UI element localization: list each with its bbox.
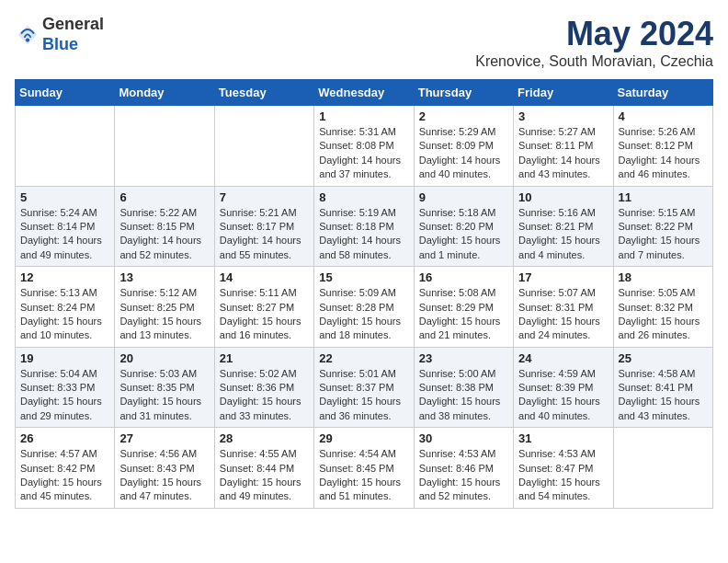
- day-number: 3: [518, 109, 608, 123]
- day-info: Sunrise: 5:07 AMSunset: 8:31 PMDaylight:…: [518, 286, 608, 343]
- calendar-cell: 10Sunrise: 5:16 AMSunset: 8:21 PMDayligh…: [514, 186, 613, 267]
- calendar-cell: 30Sunrise: 4:53 AMSunset: 8:46 PMDayligh…: [414, 428, 513, 509]
- weekday-header-monday: Monday: [115, 80, 214, 106]
- day-number: 8: [319, 190, 408, 204]
- calendar-cell: 14Sunrise: 5:11 AMSunset: 8:27 PMDayligh…: [214, 267, 313, 348]
- calendar-cell: 9Sunrise: 5:18 AMSunset: 8:20 PMDaylight…: [414, 186, 513, 267]
- day-info: Sunrise: 5:24 AMSunset: 8:14 PMDaylight:…: [20, 206, 109, 263]
- day-info: Sunrise: 5:22 AMSunset: 8:15 PMDaylight:…: [119, 206, 209, 263]
- calendar-cell: 22Sunrise: 5:01 AMSunset: 8:37 PMDayligh…: [314, 347, 414, 428]
- logo-general: General: [42, 15, 104, 33]
- calendar-cell: 21Sunrise: 5:02 AMSunset: 8:36 PMDayligh…: [214, 347, 313, 428]
- calendar-cell: 25Sunrise: 4:58 AMSunset: 8:41 PMDayligh…: [613, 347, 712, 428]
- day-info: Sunrise: 5:29 AMSunset: 8:09 PMDaylight:…: [419, 125, 508, 182]
- day-number: 1: [319, 109, 408, 123]
- day-number: 31: [518, 431, 608, 445]
- day-info: Sunrise: 5:16 AMSunset: 8:21 PMDaylight:…: [518, 206, 608, 263]
- day-info: Sunrise: 5:04 AMSunset: 8:33 PMDaylight:…: [20, 367, 109, 424]
- day-info: Sunrise: 5:08 AMSunset: 8:29 PMDaylight:…: [419, 286, 508, 343]
- day-info: Sunrise: 5:00 AMSunset: 8:38 PMDaylight:…: [419, 367, 508, 424]
- day-info: Sunrise: 5:05 AMSunset: 8:32 PMDaylight:…: [619, 286, 708, 343]
- day-info: Sunrise: 5:18 AMSunset: 8:20 PMDaylight:…: [419, 206, 508, 263]
- day-number: 28: [220, 431, 309, 445]
- calendar-cell: [16, 106, 115, 187]
- logo-blue: Blue: [42, 35, 78, 53]
- day-number: 4: [619, 109, 708, 123]
- location-title: Krenovice, South Moravian, Czechia: [475, 53, 713, 70]
- calendar-cell: 23Sunrise: 5:00 AMSunset: 8:38 PMDayligh…: [414, 347, 513, 428]
- page-header: General Blue May 2024 Krenovice, South M…: [15, 15, 713, 70]
- day-info: Sunrise: 4:53 AMSunset: 8:46 PMDaylight:…: [419, 447, 508, 504]
- day-info: Sunrise: 5:11 AMSunset: 8:27 PMDaylight:…: [220, 286, 309, 343]
- day-number: 2: [419, 109, 508, 123]
- svg-point-1: [26, 38, 29, 41]
- day-info: Sunrise: 4:54 AMSunset: 8:45 PMDaylight:…: [319, 447, 408, 504]
- day-info: Sunrise: 5:13 AMSunset: 8:24 PMDaylight:…: [20, 286, 109, 343]
- logo-icon: [15, 22, 40, 48]
- day-number: 12: [20, 270, 109, 284]
- day-number: 16: [419, 270, 508, 284]
- title-block: May 2024 Krenovice, South Moravian, Czec…: [475, 15, 713, 70]
- day-number: 15: [319, 270, 408, 284]
- weekday-header-saturday: Saturday: [613, 80, 712, 106]
- calendar-cell: 16Sunrise: 5:08 AMSunset: 8:29 PMDayligh…: [414, 267, 513, 348]
- calendar-cell: 27Sunrise: 4:56 AMSunset: 8:43 PMDayligh…: [115, 428, 214, 509]
- day-number: 10: [518, 190, 608, 204]
- calendar-cell: 18Sunrise: 5:05 AMSunset: 8:32 PMDayligh…: [613, 267, 712, 348]
- calendar-cell: 12Sunrise: 5:13 AMSunset: 8:24 PMDayligh…: [16, 267, 115, 348]
- calendar-cell: 1Sunrise: 5:31 AMSunset: 8:08 PMDaylight…: [314, 106, 414, 187]
- day-number: 30: [419, 431, 508, 445]
- calendar-cell: 4Sunrise: 5:26 AMSunset: 8:12 PMDaylight…: [613, 106, 712, 187]
- day-number: 13: [119, 270, 209, 284]
- day-info: Sunrise: 4:58 AMSunset: 8:41 PMDaylight:…: [619, 367, 708, 424]
- calendar-cell: [214, 106, 313, 187]
- day-number: 25: [619, 351, 708, 365]
- calendar-cell: [115, 106, 214, 187]
- logo: General Blue: [15, 15, 104, 54]
- calendar-cell: 5Sunrise: 5:24 AMSunset: 8:14 PMDaylight…: [16, 186, 115, 267]
- day-info: Sunrise: 5:12 AMSunset: 8:25 PMDaylight:…: [119, 286, 209, 343]
- day-info: Sunrise: 5:21 AMSunset: 8:17 PMDaylight:…: [220, 206, 309, 263]
- day-number: 7: [220, 190, 309, 204]
- calendar-cell: 28Sunrise: 4:55 AMSunset: 8:44 PMDayligh…: [214, 428, 313, 509]
- weekday-header-friday: Friday: [514, 80, 613, 106]
- calendar-cell: 26Sunrise: 4:57 AMSunset: 8:42 PMDayligh…: [16, 428, 115, 509]
- day-number: 14: [220, 270, 309, 284]
- day-info: Sunrise: 5:02 AMSunset: 8:36 PMDaylight:…: [220, 367, 309, 424]
- month-title: May 2024: [475, 15, 713, 53]
- calendar-week-4: 19Sunrise: 5:04 AMSunset: 8:33 PMDayligh…: [16, 347, 713, 428]
- day-number: 18: [619, 270, 708, 284]
- day-number: 6: [119, 190, 209, 204]
- day-info: Sunrise: 4:57 AMSunset: 8:42 PMDaylight:…: [20, 447, 109, 504]
- logo-text: General Blue: [42, 15, 104, 54]
- day-number: 5: [20, 190, 109, 204]
- calendar-cell: 8Sunrise: 5:19 AMSunset: 8:18 PMDaylight…: [314, 186, 414, 267]
- calendar-cell: 17Sunrise: 5:07 AMSunset: 8:31 PMDayligh…: [514, 267, 613, 348]
- day-info: Sunrise: 5:03 AMSunset: 8:35 PMDaylight:…: [119, 367, 209, 424]
- calendar-cell: 7Sunrise: 5:21 AMSunset: 8:17 PMDaylight…: [214, 186, 313, 267]
- weekday-header-sunday: Sunday: [16, 80, 115, 106]
- day-info: Sunrise: 5:15 AMSunset: 8:22 PMDaylight:…: [619, 206, 708, 263]
- day-info: Sunrise: 5:27 AMSunset: 8:11 PMDaylight:…: [518, 125, 608, 182]
- weekday-header-thursday: Thursday: [414, 80, 513, 106]
- day-number: 23: [419, 351, 508, 365]
- day-number: 27: [119, 431, 209, 445]
- day-info: Sunrise: 5:09 AMSunset: 8:28 PMDaylight:…: [319, 286, 408, 343]
- day-number: 24: [518, 351, 608, 365]
- day-number: 26: [20, 431, 109, 445]
- day-info: Sunrise: 4:53 AMSunset: 8:47 PMDaylight:…: [518, 447, 608, 504]
- calendar-cell: [613, 428, 712, 509]
- weekday-header-tuesday: Tuesday: [214, 80, 313, 106]
- calendar-cell: 20Sunrise: 5:03 AMSunset: 8:35 PMDayligh…: [115, 347, 214, 428]
- day-number: 9: [419, 190, 508, 204]
- calendar-header-row: SundayMondayTuesdayWednesdayThursdayFrid…: [16, 80, 713, 106]
- calendar-body: 1Sunrise: 5:31 AMSunset: 8:08 PMDaylight…: [16, 106, 713, 509]
- calendar-cell: 24Sunrise: 4:59 AMSunset: 8:39 PMDayligh…: [514, 347, 613, 428]
- day-number: 29: [319, 431, 408, 445]
- day-info: Sunrise: 5:31 AMSunset: 8:08 PMDaylight:…: [319, 125, 408, 182]
- day-number: 20: [119, 351, 209, 365]
- day-info: Sunrise: 4:56 AMSunset: 8:43 PMDaylight:…: [119, 447, 209, 504]
- calendar-cell: 29Sunrise: 4:54 AMSunset: 8:45 PMDayligh…: [314, 428, 414, 509]
- weekday-header-wednesday: Wednesday: [314, 80, 414, 106]
- calendar-cell: 2Sunrise: 5:29 AMSunset: 8:09 PMDaylight…: [414, 106, 513, 187]
